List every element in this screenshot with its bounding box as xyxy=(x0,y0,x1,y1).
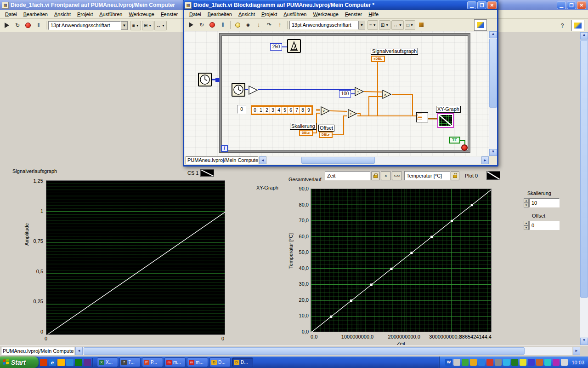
add-node[interactable]: + xyxy=(347,109,357,119)
multiply-node-2[interactable]: × xyxy=(382,89,392,99)
close-button[interactable]: ✕ xyxy=(577,1,586,9)
loop-tunnel[interactable] xyxy=(215,78,220,82)
highlight-execution-button[interactable] xyxy=(232,20,243,30)
cleanup-diagram-button[interactable] xyxy=(416,20,426,30)
graph2-name[interactable]: XY-Graph xyxy=(256,185,278,190)
menu-ausfuehren[interactable]: Ausführen xyxy=(280,11,310,18)
graph1-plot-area[interactable] xyxy=(46,180,225,335)
abort-button[interactable] xyxy=(207,20,217,30)
blockdiagram-canvas[interactable]: 250 xyxy=(184,31,489,156)
array-cell[interactable]: 4 xyxy=(276,106,282,114)
loop-condition-terminal[interactable] xyxy=(461,144,468,151)
array-cell[interactable]: 7 xyxy=(294,106,300,114)
run-button[interactable] xyxy=(186,20,196,30)
menu-werkzeuge[interactable]: Werkzeuge xyxy=(125,11,157,18)
multiply-node[interactable]: × xyxy=(320,106,330,116)
help-button[interactable]: ? xyxy=(557,21,567,30)
minimize-button[interactable]: ▁ xyxy=(467,1,476,9)
task-button-5[interactable]: mm... xyxy=(187,357,208,367)
offset-dbl-terminal[interactable]: DBL▸ xyxy=(319,132,333,138)
skalierung-spinner[interactable]: ▲▼ xyxy=(524,198,529,207)
menu-fenster[interactable]: Fenster xyxy=(342,11,365,18)
wait-ms-node[interactable] xyxy=(287,39,301,53)
tray-icon-6[interactable] xyxy=(486,359,493,366)
menu-werkzeuge[interactable]: Werkzeuge xyxy=(310,11,341,18)
graph2-plot-area[interactable] xyxy=(311,189,492,332)
skalierung-input[interactable]: 10 xyxy=(529,198,560,207)
tray-icon-10[interactable] xyxy=(520,359,526,366)
scrollbar-thumb[interactable] xyxy=(301,157,375,164)
menu-projekt[interactable]: Projekt xyxy=(74,11,96,18)
scrollbar-thumb[interactable] xyxy=(580,40,588,298)
tray-icon-5[interactable] xyxy=(478,359,485,366)
task-button-3[interactable]: PP... xyxy=(142,357,163,367)
scroll-up-icon[interactable]: ▲ xyxy=(580,32,588,40)
tray-icon-13[interactable] xyxy=(544,359,551,366)
scroll-down-icon[interactable]: ▼ xyxy=(489,149,497,156)
blockdiagram-titlebar[interactable]: Diode_1fach.vi Blockdiagramm auf PUMAneu… xyxy=(183,0,498,10)
font-selector-dropdown-icon[interactable]: ▼ xyxy=(358,21,365,29)
tray-icon-12[interactable] xyxy=(536,359,543,366)
graph2-title[interactable]: Gesamtverlauf xyxy=(288,177,322,182)
array-cell[interactable]: 8 xyxy=(300,106,306,114)
menu-hilfe[interactable]: Hilfe xyxy=(365,11,382,18)
tray-icon-9[interactable] xyxy=(511,359,518,366)
graph1-legend-swatch-icon[interactable] xyxy=(200,169,214,177)
step-out-button[interactable]: ↑ xyxy=(275,20,285,30)
array-index-box[interactable]: 0 xyxy=(237,105,246,114)
x-format-button[interactable]: X.XX xyxy=(392,171,402,180)
menu-bearbeiten[interactable]: Bearbeiten xyxy=(204,11,235,18)
font-selector-dropdown-icon[interactable]: ▼ xyxy=(121,21,128,30)
run-continuous-button[interactable]: ↻ xyxy=(197,20,207,30)
x-scale-name-box[interactable]: Zeit xyxy=(325,171,370,180)
step-into-button[interactable]: ↓ xyxy=(254,20,264,30)
menu-bearbeiten[interactable]: Bearbeiten xyxy=(20,11,51,18)
task-button-1[interactable]: XX... xyxy=(97,357,118,367)
distribute-objects-dropdown[interactable]: ⊞▼ xyxy=(142,21,153,30)
tick-count-node[interactable] xyxy=(198,73,212,86)
distribute-objects-dropdown[interactable]: ⊞▼ xyxy=(379,20,390,30)
scrollbar-thumb[interactable] xyxy=(84,347,525,355)
align-objects-dropdown[interactable]: ≡▼ xyxy=(130,21,141,30)
tray-icon-7[interactable] xyxy=(495,359,502,366)
reorder-dropdown[interactable]: □▼ xyxy=(405,20,415,30)
graph1-title[interactable]: Signalverlaufsgraph xyxy=(12,168,57,174)
wait-ms-constant[interactable]: 250 xyxy=(270,43,282,51)
quicklaunch-icon-6[interactable] xyxy=(84,359,91,366)
font-selector[interactable]: 13pt Anwendungsschriftart xyxy=(48,21,121,30)
skalierung-dbl-terminal[interactable]: DBL▸ xyxy=(299,130,313,136)
resize-grip[interactable] xyxy=(581,347,588,355)
graph1-plot-legend[interactable]: CS 1 xyxy=(187,169,214,177)
task-button-6[interactable]: DD... xyxy=(209,357,231,367)
graph2-legend-swatch-icon[interactable] xyxy=(486,171,500,180)
y-scale-name-box[interactable]: Temperatur [°C] xyxy=(404,171,450,180)
run-button[interactable] xyxy=(2,21,12,30)
scroll-left-icon[interactable]: ◄ xyxy=(75,347,83,355)
scroll-right-icon[interactable]: ► xyxy=(481,156,489,164)
menu-projekt[interactable]: Projekt xyxy=(258,11,280,18)
tray-icon-11[interactable] xyxy=(528,359,535,366)
skalierung-label[interactable]: Skalierung xyxy=(527,190,551,196)
increment-icon[interactable]: ▲ xyxy=(524,221,529,225)
task-button-7[interactable]: DD... xyxy=(232,357,253,367)
tray-icon-8[interactable] xyxy=(503,359,510,366)
array-cell[interactable]: 6 xyxy=(288,106,294,114)
signal-terminal-label[interactable]: Signalverlaufsgraph xyxy=(371,48,418,55)
run-continuous-button[interactable]: ↻ xyxy=(12,21,23,30)
frontpanel-vertical-scrollbar[interactable]: ▲ ▼ xyxy=(580,32,588,345)
resize-objects-dropdown[interactable]: ↔▼ xyxy=(391,20,404,30)
menu-datei[interactable]: Datei xyxy=(2,11,20,18)
y-scale-lock-button[interactable] xyxy=(451,171,459,180)
tray-icon-15[interactable] xyxy=(561,359,568,366)
signal-dbl-terminal[interactable]: ▸DBL xyxy=(371,56,385,62)
abort-button[interactable] xyxy=(23,21,33,30)
offset-terminal-label[interactable]: Offset xyxy=(318,125,334,132)
retain-wire-values-button[interactable]: ◉ xyxy=(243,20,253,30)
menu-ansicht[interactable]: Ansicht xyxy=(235,11,258,18)
menu-ansicht[interactable]: Ansicht xyxy=(51,11,74,18)
resize-objects-dropdown[interactable]: ↔▼ xyxy=(154,21,167,30)
array-cell[interactable]: 2 xyxy=(264,106,270,114)
clock[interactable]: 10:03 xyxy=(571,360,584,365)
font-selector[interactable]: 13pt Anwendungsschriftart xyxy=(289,21,358,29)
menu-datei[interactable]: Datei xyxy=(186,11,204,18)
